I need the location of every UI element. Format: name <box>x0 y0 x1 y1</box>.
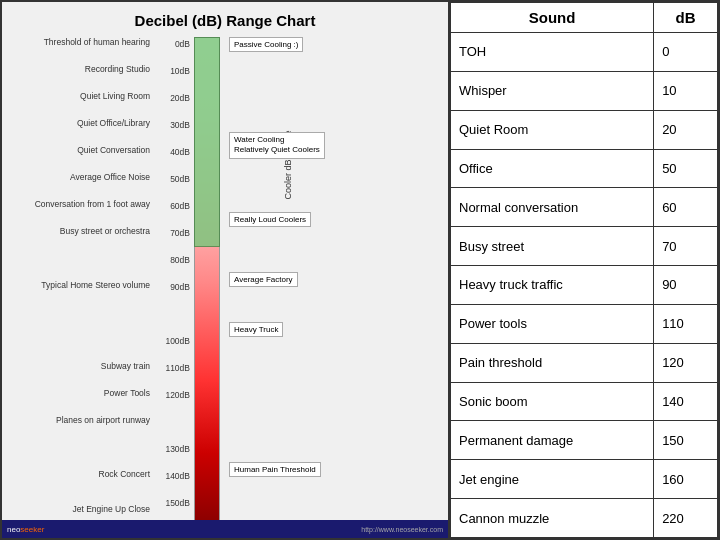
sound-cell: Pain threshold <box>451 343 654 382</box>
heavy-truck-label: Heavy Truck <box>229 322 283 337</box>
col-header-db: dB <box>654 3 718 33</box>
sound-cell: Sonic boom <box>451 382 654 421</box>
db-cell: 90 <box>654 266 718 305</box>
passive-cooling-label: Passive Cooling :) <box>229 37 303 52</box>
table-row: Quiet Room20 <box>451 110 718 149</box>
sound-cell: TOH <box>451 33 654 72</box>
table-row: Power tools110 <box>451 304 718 343</box>
sound-cell: Normal conversation <box>451 188 654 227</box>
table-panel: Sound dB TOH0Whisper10Quiet Room20Office… <box>450 0 720 540</box>
db-cell: 220 <box>654 499 718 538</box>
table-row: Office50 <box>451 149 718 188</box>
footer-url: http://www.neoseeker.com <box>361 526 443 533</box>
table-row: Whisper10 <box>451 71 718 110</box>
db-cell: 50 <box>654 149 718 188</box>
sound-cell: Cannon muzzle <box>451 499 654 538</box>
avg-factory-label: Average Factory <box>229 272 298 287</box>
db-cell: 140 <box>654 382 718 421</box>
sound-cell: Jet engine <box>451 460 654 499</box>
sound-cell: Busy street <box>451 227 654 266</box>
db-10: 10dB <box>170 66 190 76</box>
footer-brand: neoseeker <box>7 525 44 534</box>
db-110: 110dB <box>165 363 190 373</box>
db-cell: 60 <box>654 188 718 227</box>
db-cell: 160 <box>654 460 718 499</box>
label-quiet-conv: Quiet Conversation <box>77 145 150 155</box>
db-20: 20dB <box>170 93 190 103</box>
chart-title: Decibel (dB) Range Chart <box>12 12 438 29</box>
decibel-table: Sound dB TOH0Whisper10Quiet Room20Office… <box>450 2 718 538</box>
db-120: 120dB <box>165 390 190 400</box>
really-loud-label: Really Loud Coolers <box>229 212 311 227</box>
label-living: Quiet Living Room <box>80 91 150 101</box>
col-header-sound: Sound <box>451 3 654 33</box>
table-row: Permanent damage150 <box>451 421 718 460</box>
table-row: Cannon muzzle220 <box>451 499 718 538</box>
db-80: 80dB <box>170 255 190 265</box>
table-row: Pain threshold120 <box>451 343 718 382</box>
db-140: 140dB <box>165 471 190 481</box>
db-100: 100dB <box>165 336 190 346</box>
cooler-green-bar <box>194 37 220 247</box>
db-30: 30dB <box>170 120 190 130</box>
db-cell: 110 <box>654 304 718 343</box>
label-avg-office: Average Office Noise <box>70 172 150 182</box>
label-busy-street: Busy street or orchestra <box>60 226 150 236</box>
chart-panel: Decibel (dB) Range Chart Threshold of hu… <box>0 0 450 540</box>
sound-cell: Office <box>451 149 654 188</box>
db-40: 40dB <box>170 147 190 157</box>
table-row: Normal conversation60 <box>451 188 718 227</box>
db-cell: 0 <box>654 33 718 72</box>
db-70: 70dB <box>170 228 190 238</box>
sound-cell: Power tools <box>451 304 654 343</box>
table-row: TOH0 <box>451 33 718 72</box>
water-cooling-label: Water CoolingRelatively Quiet Coolers <box>229 132 325 159</box>
db-90: 90dB <box>170 282 190 292</box>
sound-cell: Quiet Room <box>451 110 654 149</box>
db-cell: 150 <box>654 421 718 460</box>
table-row: Heavy truck traffic90 <box>451 266 718 305</box>
label-studio: Recording Studio <box>85 64 150 74</box>
db-50: 50dB <box>170 174 190 184</box>
label-office-lib: Quiet Office/Library <box>77 118 150 128</box>
db-cell: 120 <box>654 343 718 382</box>
db-150: 150dB <box>165 498 190 508</box>
sound-cell: Heavy truck traffic <box>451 266 654 305</box>
db-60: 60dB <box>170 201 190 211</box>
label-subway: Subway train <box>101 361 150 371</box>
sound-cell: Permanent damage <box>451 421 654 460</box>
table-row: Busy street70 <box>451 227 718 266</box>
label-planes: Planes on airport runway <box>56 415 150 425</box>
label-conv-foot: Conversation from 1 foot away <box>35 199 150 209</box>
db-cell: 10 <box>654 71 718 110</box>
footer: neoseeker http://www.neoseeker.com <box>2 520 448 538</box>
label-toh: Threshold of human hearing <box>44 37 150 47</box>
label-rock: Rock Concert <box>99 469 151 479</box>
sound-cell: Whisper <box>451 71 654 110</box>
db-130: 130dB <box>165 444 190 454</box>
label-power-tools: Power Tools <box>104 388 150 398</box>
label-stereo: Typical Home Stereo volume <box>41 280 150 290</box>
db-cell: 70 <box>654 227 718 266</box>
label-jet: Jet Engine Up Close <box>73 504 151 514</box>
table-row: Sonic boom140 <box>451 382 718 421</box>
db-0: 0dB <box>175 39 190 49</box>
human-pain-label: Human Pain Threshold <box>229 462 321 477</box>
db-cell: 20 <box>654 110 718 149</box>
table-row: Jet engine160 <box>451 460 718 499</box>
